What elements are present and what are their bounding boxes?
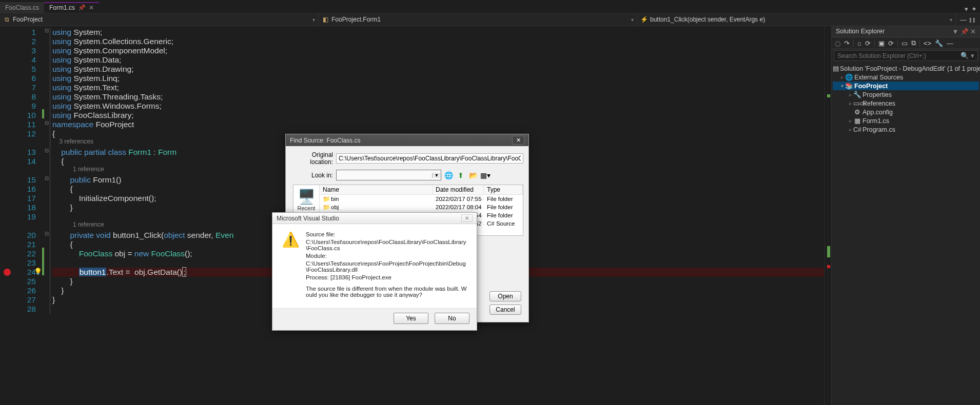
code-row[interactable]: using System.Threading.Tasks; — [52, 92, 831, 102]
up-folder-icon[interactable]: ⬆ — [456, 170, 466, 180]
scope-dropdown[interactable]: ⧉ FooProject ▾ — [0, 13, 319, 26]
tree-node[interactable]: ▹C#Program.cs — [833, 125, 979, 134]
look-in-dropdown[interactable]: ▼ — [336, 170, 441, 180]
expander-icon[interactable]: ▹ — [847, 118, 853, 124]
code-row[interactable]: using System.ComponentModel; — [52, 46, 831, 55]
file-row[interactable]: 📁obj2022/02/17 08:04 بFile folder — [320, 203, 523, 211]
code-row[interactable]: namespace FooProject — [52, 120, 831, 129]
file-row[interactable]: 📁bin2022/02/17 07:55 بFile folder — [320, 195, 523, 203]
home-icon[interactable]: ⌂ — [857, 39, 861, 47]
properties-icon[interactable]: 🔧 — [935, 39, 943, 47]
tree-node[interactable]: ▹🌐External Sources — [833, 73, 979, 82]
expander-icon[interactable]: ▹ — [847, 100, 853, 106]
fold-toggle[interactable] — [43, 83, 50, 92]
fold-toggle[interactable]: ⊟ — [43, 148, 50, 157]
fold-toggle[interactable] — [43, 305, 50, 314]
fold-toggle[interactable] — [43, 185, 50, 194]
fold-toggle[interactable] — [43, 212, 50, 221]
fold-toggle[interactable]: ⊟ — [43, 175, 50, 185]
search-icon[interactable]: 🔍 — [961, 52, 969, 59]
code-row[interactable]: using System.Collections.Generic; — [52, 37, 831, 46]
fold-toggle[interactable]: ⊟ — [43, 231, 50, 240]
tab-form1[interactable]: Form1.cs 📌 ✕ — [44, 2, 99, 13]
dialog-titlebar[interactable]: Find Source: FooClass.cs ✕ — [286, 134, 528, 146]
code-row[interactable]: using System.Text; — [52, 83, 831, 92]
fold-toggle[interactable] — [43, 295, 50, 305]
expander-icon[interactable]: ▾ — [839, 83, 845, 89]
showall-icon[interactable]: ⧉ — [911, 39, 916, 47]
code-row[interactable]: using System; — [52, 28, 831, 37]
back-icon[interactable]: 🌐 — [443, 170, 454, 180]
tree-node[interactable]: ▹▭▭References — [833, 99, 979, 108]
fold-toggle[interactable] — [43, 129, 50, 138]
pending-icon[interactable]: ▣ — [878, 39, 885, 47]
tree-node[interactable]: ▤Solution 'FooProject - DebugAndEdit' (1… — [833, 64, 979, 73]
open-button[interactable]: Open — [489, 291, 521, 301]
expander-icon[interactable]: ▹ — [847, 127, 853, 132]
overview-ruler[interactable] — [824, 26, 831, 405]
close-icon[interactable]: ✕ — [461, 214, 473, 222]
col-type[interactable]: Type — [484, 185, 523, 194]
recent-places-icon[interactable]: 🖥️ — [293, 188, 319, 205]
views-icon[interactable]: ▦▾ — [480, 170, 491, 180]
close-icon[interactable]: ✕ — [512, 136, 524, 145]
forward-icon[interactable]: ↷ — [844, 39, 850, 47]
yes-button[interactable]: Yes — [394, 313, 428, 324]
pin-icon[interactable]: ▼ 📌 ✕ — [952, 28, 976, 35]
fold-toggle[interactable] — [43, 55, 50, 65]
refresh-icon[interactable]: ⟳ — [888, 39, 894, 47]
tab-fooclass[interactable]: FooClass.cs — [0, 2, 44, 13]
solution-tree[interactable]: ▤Solution 'FooProject - DebugAndEdit' (1… — [832, 62, 980, 405]
tab-overflow-icon[interactable]: ▾ — [965, 5, 968, 13]
se-search[interactable]: 🔍 ▾ — [834, 50, 978, 61]
fold-toggle[interactable] — [43, 203, 50, 212]
code-row[interactable]: using System.Linq; — [52, 74, 831, 83]
split-vertical-icon[interactable]: ⫿⫿ — [969, 16, 976, 24]
tree-node[interactable]: ⚙App.config — [833, 108, 979, 116]
collapse-icon[interactable]: ▭ — [901, 39, 908, 47]
col-date[interactable]: Date modified — [433, 185, 484, 194]
code-row[interactable]: using System.Windows.Forms; — [52, 102, 831, 111]
col-name[interactable]: Name — [320, 185, 433, 194]
fold-toggle[interactable] — [43, 37, 50, 46]
breakpoint-icon[interactable] — [4, 269, 11, 276]
search-input[interactable] — [837, 52, 961, 59]
code-row[interactable]: using System.Data; — [52, 55, 831, 65]
fold-toggle[interactable] — [43, 194, 50, 203]
fold-toggle[interactable] — [43, 277, 50, 286]
no-button[interactable]: No — [435, 313, 469, 324]
view-code-icon[interactable]: <> — [924, 39, 931, 47]
pin-icon[interactable]: 📌 — [78, 4, 86, 11]
fold-toggle[interactable] — [43, 74, 50, 83]
fold-toggle[interactable]: ⊟ — [43, 120, 50, 129]
nav-tools: — ⫿⫿ — [956, 13, 980, 26]
tree-node[interactable]: ▹🔧Properties — [833, 90, 979, 99]
window-split-icon[interactable]: ✦ — [971, 5, 977, 13]
fold-toggle[interactable] — [43, 286, 50, 295]
split-horizontal-icon[interactable]: — — [960, 16, 967, 24]
orig-location-input[interactable] — [336, 153, 523, 164]
new-folder-icon[interactable]: 📂 — [468, 170, 478, 180]
tree-node[interactable]: ▾📚FooProject — [833, 82, 979, 90]
member-dropdown[interactable]: ⚡ button1_Click(object sender, EventArgs… — [637, 13, 956, 26]
dialog-titlebar[interactable]: Microsoft Visual Studio ✕ — [272, 213, 477, 224]
fold-toggle[interactable] — [43, 65, 50, 74]
code-row[interactable]: using FooClassLibrary; — [52, 111, 831, 120]
sync-icon[interactable]: ⟳ — [865, 39, 871, 47]
code-row[interactable]: using System.Drawing; — [52, 65, 831, 74]
fold-toggle[interactable] — [43, 46, 50, 55]
fold-toggle[interactable]: ⊟ — [43, 28, 50, 37]
chevron-down-icon[interactable]: ▼ — [432, 173, 441, 178]
fold-toggle[interactable] — [43, 157, 50, 166]
fold-toggle[interactable] — [43, 92, 50, 102]
chevron-down-icon[interactable]: ▾ — [971, 52, 974, 59]
back-icon[interactable]: ◌ — [835, 39, 840, 47]
tree-node[interactable]: ▹▦Form1.cs — [833, 116, 979, 125]
cancel-button[interactable]: Cancel — [489, 305, 521, 315]
preview-icon[interactable]: — — [947, 39, 953, 47]
close-icon[interactable]: ✕ — [89, 4, 94, 11]
lightbulb-icon[interactable]: 💡 — [34, 268, 42, 275]
type-dropdown[interactable]: ◧ FooProject.Form1 ▾ — [319, 13, 637, 26]
expander-icon[interactable]: ▹ — [839, 74, 845, 80]
expander-icon[interactable]: ▹ — [847, 92, 853, 97]
